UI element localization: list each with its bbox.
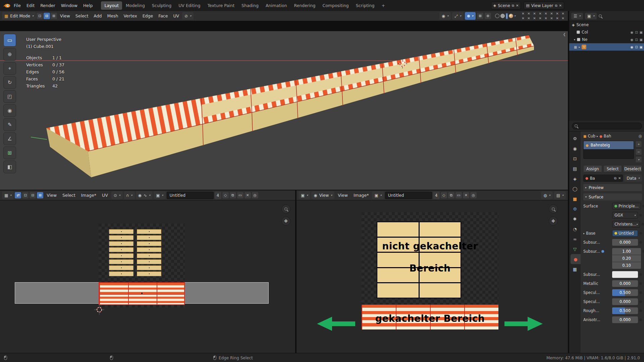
pin-button[interactable] — [252, 192, 258, 198]
open-image-button[interactable] — [237, 192, 244, 198]
outliner-type-dropdown[interactable] — [571, 13, 583, 19]
toggle-icon[interactable] — [520, 16, 526, 21]
mode-dropdown[interactable]: Edit Mode — [2, 12, 36, 20]
remove-layer-icon[interactable] — [559, 4, 562, 7]
tab-rendering[interactable]: Rendering — [291, 1, 319, 10]
display-channels-dropdown[interactable] — [554, 191, 566, 199]
radius-y-value[interactable]: 0.20 — [612, 255, 641, 262]
tab-particles[interactable] — [569, 214, 581, 224]
uv-island[interactable] — [137, 235, 161, 240]
subsurface-method-select[interactable]: Christens... — [612, 221, 640, 228]
uv-canvas[interactable] — [0, 200, 295, 353]
snap-dropdown[interactable] — [124, 191, 135, 199]
outliner-row-scene[interactable]: Scene — [569, 21, 644, 28]
edge-select-button[interactable] — [44, 13, 50, 19]
tab-world[interactable] — [569, 184, 581, 194]
menu-edge[interactable]: Edge — [140, 12, 155, 20]
keyframe-dot[interactable] — [639, 318, 642, 321]
object-checkbox[interactable] — [577, 38, 580, 41]
tab-modeling[interactable]: Modeling — [122, 1, 148, 10]
breadcrumb-material[interactable]: Bah — [604, 134, 611, 138]
toggle-icon[interactable] — [537, 16, 543, 21]
uv-island[interactable] — [109, 259, 133, 264]
toggle-icon[interactable] — [537, 11, 543, 16]
deselect-button[interactable]: Deselect — [623, 165, 642, 172]
new-image-button[interactable] — [448, 192, 454, 198]
view-layer-selector[interactable]: View Layer — [524, 2, 564, 9]
tab-physics[interactable] — [569, 224, 581, 234]
overlay-dropdown[interactable] — [541, 191, 553, 199]
specular-value[interactable]: 0.500 — [612, 289, 638, 296]
menu-window[interactable]: Window — [58, 2, 80, 9]
link-dropdown[interactable]: Data — [624, 175, 642, 182]
tab-material[interactable] — [571, 254, 581, 264]
keyframe-dot[interactable] — [639, 309, 642, 312]
pan-gizmo-button[interactable] — [281, 217, 290, 226]
editor-mode-dropdown[interactable]: View — [311, 191, 334, 199]
outliner-row-object[interactable]: Ne — [569, 36, 644, 43]
new-scene-icon[interactable] — [512, 4, 514, 8]
toggle-icon[interactable] — [549, 11, 554, 16]
menu-view[interactable]: View — [335, 191, 350, 199]
editor-type-dropdown[interactable] — [299, 191, 310, 199]
hide-eye-icon[interactable] — [630, 45, 633, 49]
assign-button[interactable]: Assign — [583, 165, 602, 172]
tab-tool[interactable] — [569, 133, 581, 143]
uv-island[interactable] — [137, 265, 161, 270]
outliner-filter-dropdown[interactable] — [585, 13, 597, 19]
image-name-field[interactable]: Untitled — [385, 192, 432, 199]
tab-render[interactable] — [569, 143, 581, 154]
toggle-icon[interactable] — [543, 11, 549, 16]
overlays-dropdown[interactable] — [465, 12, 476, 20]
menu-help[interactable]: Help — [80, 2, 96, 9]
tab-object[interactable] — [569, 194, 581, 204]
image-canvas[interactable]: nicht gekachelter Bereich gekachelter Be… — [297, 200, 568, 353]
hide-eye-icon[interactable] — [630, 38, 633, 42]
uv-edge-select-button[interactable] — [30, 192, 36, 198]
zoom-gizmo-button[interactable] — [549, 204, 558, 214]
uv-island[interactable] — [137, 253, 161, 258]
tab-sculpting[interactable]: Sculpting — [149, 1, 175, 10]
unlink-image-button[interactable] — [463, 192, 469, 198]
proportional-dropdown[interactable] — [136, 191, 153, 199]
rotate-tool[interactable] — [3, 76, 16, 89]
material-slot-list[interactable]: Bahnsteig — [583, 141, 634, 159]
editor-type-dropdown[interactable] — [2, 191, 14, 199]
unlink-scene-icon[interactable] — [516, 4, 519, 7]
blender-logo[interactable] — [3, 3, 11, 8]
cursor-tool[interactable] — [3, 48, 16, 61]
select-box-tool[interactable] — [3, 34, 16, 47]
wireframe-shading-button[interactable] — [495, 14, 499, 18]
menu-vertex[interactable]: Vertex — [121, 12, 139, 20]
collection-checkbox[interactable] — [577, 31, 580, 34]
tab-constraints[interactable] — [569, 234, 581, 244]
toggle-icon[interactable] — [560, 11, 566, 16]
material-slot-active[interactable]: Bahnsteig — [584, 141, 634, 149]
uv-island[interactable] — [137, 229, 161, 234]
menu-face[interactable]: Face — [156, 12, 170, 20]
distribution-select[interactable]: GGX — [612, 212, 638, 219]
keyframe-dot[interactable] — [641, 223, 644, 226]
menu-add[interactable]: Add — [91, 12, 104, 20]
tab-uv-editing[interactable]: UV Editing — [175, 1, 204, 10]
keyframe-dot[interactable] — [639, 273, 642, 276]
tab-texture-paint[interactable]: Texture Paint — [204, 1, 238, 10]
radius-x-value[interactable]: 1.00 — [612, 248, 641, 255]
toggle-icon[interactable] — [526, 11, 532, 16]
subsurface-color-swatch[interactable] — [612, 271, 638, 278]
unlink-icon[interactable] — [618, 176, 621, 180]
search-icon[interactable] — [599, 14, 602, 17]
disable-viewport-icon[interactable] — [635, 45, 638, 49]
menu-view[interactable]: View — [58, 12, 72, 20]
visibility-dropdown[interactable] — [439, 12, 451, 20]
toggle-icon[interactable] — [554, 11, 560, 16]
sidebar-toggle-arrow[interactable] — [563, 33, 566, 36]
uv-island[interactable] — [109, 253, 133, 258]
image-users-button[interactable]: 4 — [433, 192, 440, 199]
disable-render-icon[interactable] — [640, 31, 643, 34]
menu-select[interactable]: Select — [73, 12, 91, 20]
tab-shading[interactable]: Shading — [238, 1, 262, 10]
material-datablock-field[interactable]: Ba — [583, 175, 623, 182]
tab-compositing[interactable]: Compositing — [319, 1, 352, 10]
uv-island[interactable] — [109, 247, 133, 252]
